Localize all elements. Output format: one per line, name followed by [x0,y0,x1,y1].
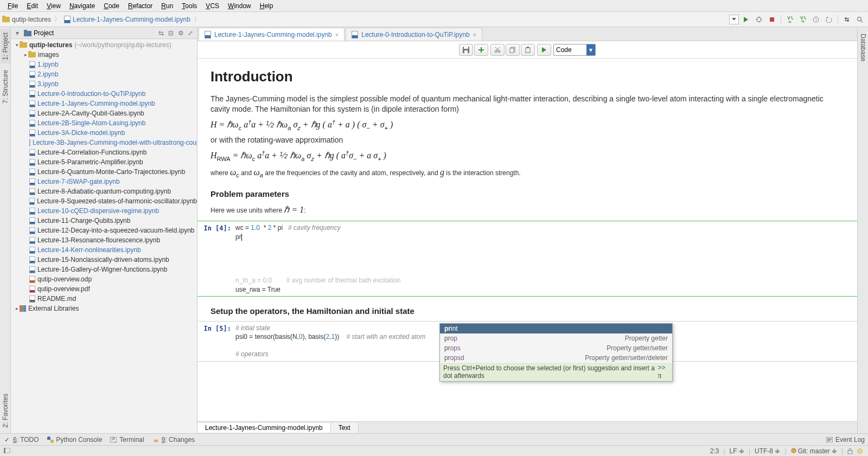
line-separator[interactable]: LF ≑ [730,447,744,455]
breadcrumb-root[interactable]: qutip-lectures [2,16,51,23]
menu-navigate[interactable]: Navigate [65,1,99,11]
run-cell-button[interactable] [537,44,551,56]
autocomplete-item[interactable]: print [440,324,672,333]
notebook-editor[interactable]: Introduction The Jaynes-Cumming model is… [197,59,857,421]
tree-file[interactable]: Lecture-5-Parametric-Amplifier.ipynb [11,157,197,167]
settings-button[interactable] [841,14,853,25]
tool-tab-terminal[interactable]: >_Terminal [110,436,144,444]
menu-run[interactable]: Run [157,1,177,11]
tool-windows-icon[interactable] [3,447,11,454]
vcs-commit-button[interactable]: VCS [797,14,809,25]
autocomplete-item[interactable]: propsProperty getter/setter [440,343,672,353]
svg-rect-12 [847,20,848,22]
editor-sub-tab[interactable]: Lecture-1-Jaynes-Cumming-model.ipynb [197,423,331,433]
insert-cell-button[interactable] [474,44,488,56]
collapse-icon[interactable]: ▾ [13,29,22,37]
tree-file[interactable]: Lecture-9-Squeezed-states-of-harmonic-os… [11,196,197,206]
autocomplete-item[interactable]: propsdProperty getter/setter/deleter [440,353,672,363]
stop-button[interactable] [766,14,778,25]
scroll-from-source-icon[interactable]: ⇆ [157,29,165,37]
tree-file[interactable]: Lecture-13-Resonance-flourescence.ipynb [11,235,197,245]
tool-tab-structure[interactable]: 7: Structure [1,67,10,107]
menu-window[interactable]: Window [224,1,256,11]
close-icon[interactable]: × [335,31,339,38]
tree-file[interactable]: qutip-overview.odp [11,274,197,284]
cell-type-select[interactable]: Code ▾ [553,44,596,56]
menu-tools[interactable]: Tools [177,1,201,11]
autocomplete-hint: Press Ctrl+Period to choose the selected… [440,363,672,381]
paste-button[interactable] [521,44,535,56]
tree-file[interactable]: README.md [11,294,197,304]
collapse-all-icon[interactable]: ⊟ [167,29,175,37]
tree-file[interactable]: Lecture-15-Nonclassically-driven-atoms.i… [11,255,197,265]
tool-tab-project[interactable]: 1: Project [1,29,10,63]
tree-file[interactable]: 3.ipynb [11,79,197,89]
copy-button[interactable] [506,44,520,56]
tool-tab-changes[interactable]: 9: Changes [152,436,195,444]
code-input[interactable]: wc = 1.0 * 2 * pi # cavity frequency pr … [235,223,844,294]
inspection-indicator[interactable] [857,448,865,454]
vcs-update-button[interactable]: VCS [784,14,796,25]
vcs-history-button[interactable] [810,14,822,25]
vcs-revert-button[interactable] [823,14,835,25]
close-icon[interactable]: × [473,31,476,38]
autocomplete-popup[interactable]: printpropProperty getterpropsProperty ge… [439,323,673,382]
expand-arrow-icon[interactable]: ▾ [14,42,20,48]
tree-file[interactable]: Lecture-6-Quantum-Monte-Carlo-Trajectori… [11,167,197,177]
menu-help[interactable]: Help [256,1,278,11]
tree-file[interactable]: Lecture-3B-Jaynes-Cumming-model-with-ult… [11,138,197,147]
editor-tab[interactable]: Lecture-0-Introduction-to-QuTiP.ipynb× [346,28,482,41]
tree-root[interactable]: ▾ qutip-lectures (~/work/pythonproj/quti… [11,40,197,50]
editor-tab[interactable]: Lecture-1-Jaynes-Cumming-model.ipynb× [199,28,344,41]
breadcrumb-file[interactable]: Lecture-1-Jaynes-Cumming-model.ipynb [64,16,190,23]
run-config-dropdown[interactable] [729,15,739,24]
tree-file[interactable]: Lecture-14-Kerr-nonlinearities.ipynb [11,245,197,255]
readonly-toggle[interactable] [847,448,853,454]
tree-file[interactable]: Lecture-1-Jaynes-Cumming-model.ipynb [11,99,197,108]
tree-file[interactable]: Lecture-4-Correlation-Functions.ipynb [11,147,197,157]
autocomplete-item[interactable]: propProperty getter [440,333,672,343]
run-button[interactable] [740,14,752,25]
menu-file[interactable]: File [3,1,22,11]
tool-tab-event-log[interactable]: Event Log [826,436,865,444]
tree-external-libraries[interactable]: ▸ External Libraries [11,304,197,313]
gear-icon[interactable]: ⚙ [176,29,185,37]
tree-file[interactable]: Lecture-16-Gallery-of-Wigner-functions.i… [11,265,197,274]
tree-file[interactable]: Lecture-12-Decay-into-a-squeezed-vacuum-… [11,226,197,235]
tool-tab-database[interactable]: Database [858,30,868,65]
expand-arrow-icon[interactable]: ▸ [14,306,20,311]
cut-button[interactable] [490,44,505,56]
tree-file[interactable]: 1.ipynb [11,60,197,69]
save-button[interactable] [459,44,473,56]
tree-file[interactable]: 2.ipynb [11,69,197,79]
search-button[interactable] [854,14,866,25]
tree-file[interactable]: Lecture-11-Charge-Qubits.ipynb [11,216,197,226]
tree-file[interactable]: Lecture-7-iSWAP-gate.ipynb [11,177,197,187]
menu-refactor[interactable]: Refactor [124,1,157,11]
expand-arrow-icon[interactable]: ▸ [23,52,28,57]
editor-sub-tab[interactable]: Text [331,423,359,433]
tree-file[interactable]: Lecture-2A-Cavity-Qubit-Gates.ipynb [11,108,197,118]
tree-file[interactable]: Lecture-3A-Dicke-model.ipynb [11,128,197,138]
tool-tab-favorites[interactable]: 2: Favorites [1,390,10,431]
tree-file[interactable]: Lecture-8-Adiabatic-quantum-computing.ip… [11,187,197,196]
hide-icon[interactable]: ⤢ [186,29,195,37]
tree-file[interactable]: Lecture-2B-Single-Atom-Lasing.ipynb [11,118,197,128]
menu-code[interactable]: Code [99,1,124,11]
tool-tab-python-console[interactable]: Python Console [47,436,103,444]
menu-vcs[interactable]: VCS [201,1,224,11]
tool-tab-todo[interactable]: ✓6: TODO [3,436,39,444]
debug-button[interactable] [753,14,765,25]
git-branch[interactable]: Git: master ≑ [791,447,837,455]
tree-file[interactable]: Lecture-0-Introduction-to-QuTiP.ipynb [11,89,197,99]
tree-file[interactable]: qutip-overview.pdf [11,284,197,294]
menu-edit[interactable]: Edit [22,1,42,11]
tree-file[interactable]: Lecture-10-cQED-dispersive-regime.ipynb [11,206,197,216]
code-cell-4[interactable]: In [4]: wc = 1.0 * 2 * pi # cavity frequ… [197,221,857,297]
menu-view[interactable]: View [42,1,65,11]
editor-sub-tabs: Lecture-1-Jaynes-Cumming-model.ipynbText [197,421,857,433]
project-tree[interactable]: ▾ qutip-lectures (~/work/pythonproj/quti… [11,39,197,433]
file-encoding[interactable]: UTF-8 ≑ [755,447,780,455]
tree-folder-images[interactable]: ▸ images [11,50,197,60]
caret-position[interactable]: 2:3 [710,447,719,455]
